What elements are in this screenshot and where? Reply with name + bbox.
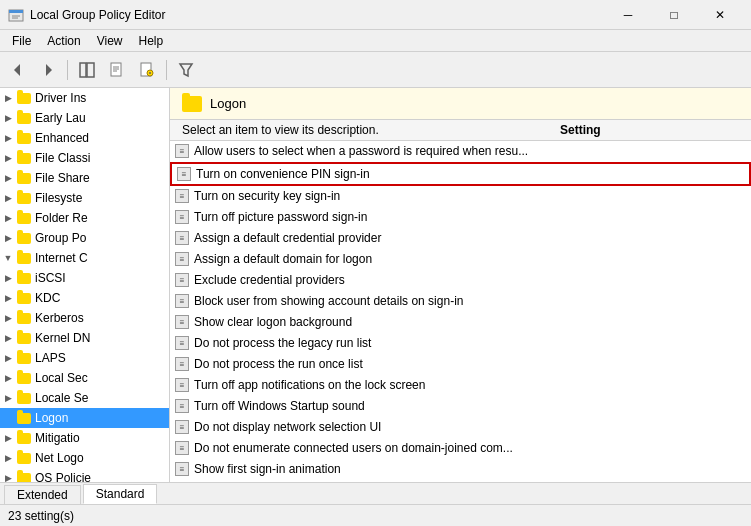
- folder-icon: [16, 450, 32, 466]
- menu-action[interactable]: Action: [39, 32, 88, 50]
- folder-icon: [16, 290, 32, 306]
- svg-rect-7: [87, 63, 94, 77]
- window-controls: ─ □ ✕: [605, 0, 743, 30]
- setting-row-allow-users[interactable]: ≡ Allow users to select when a password …: [170, 141, 751, 162]
- tree-expand: ▶: [0, 133, 16, 143]
- tree-item-iscsi[interactable]: ▶ iSCSI: [0, 268, 169, 288]
- maximize-button[interactable]: □: [651, 0, 697, 30]
- minimize-button[interactable]: ─: [605, 0, 651, 30]
- menu-bar: File Action View Help: [0, 30, 751, 52]
- tree-expand: ▶: [0, 153, 16, 163]
- tree-item-filesyste[interactable]: ▶ Filesyste: [0, 188, 169, 208]
- tree-label: Logon: [35, 411, 68, 425]
- toolbar-separator-2: [166, 60, 167, 80]
- tree-expand: ▶: [0, 373, 16, 383]
- tree-item-internet-c[interactable]: ▼ Internet C: [0, 248, 169, 268]
- back-button[interactable]: [4, 56, 32, 84]
- tree-expand: ▶: [0, 93, 16, 103]
- tree-expand: ▶: [0, 213, 16, 223]
- tree-item-net-logo[interactable]: ▶ Net Logo: [0, 448, 169, 468]
- menu-help[interactable]: Help: [131, 32, 172, 50]
- tree-item-os-policie[interactable]: ▶ OS Policie: [0, 468, 169, 482]
- setting-row-show-first[interactable]: ≡ Show first sign-in animation: [170, 459, 751, 480]
- setting-row-turn-on-pin[interactable]: ≡ Turn on convenience PIN sign-in: [170, 162, 751, 186]
- folder-icon: [16, 210, 32, 226]
- properties-button[interactable]: [133, 56, 161, 84]
- setting-row-enumerate-local[interactable]: ≡ Enumerate local users on domain-joined…: [170, 480, 751, 482]
- folder-icon: [16, 170, 32, 186]
- tree-label: File Share: [35, 171, 90, 185]
- folder-icon: [16, 230, 32, 246]
- setting-label: Block user from showing account details …: [194, 294, 463, 308]
- policy-row-icon: ≡: [174, 143, 190, 159]
- tree-item-early-lau[interactable]: ▶ Early Lau: [0, 108, 169, 128]
- instructions-text: Select an item to view its description.: [170, 123, 560, 137]
- tree-item-kernel-dn[interactable]: ▶ Kernel DN: [0, 328, 169, 348]
- policy-row-icon: ≡: [174, 251, 190, 267]
- tab-standard[interactable]: Standard: [83, 484, 158, 504]
- logon-header: Logon: [170, 88, 751, 120]
- logon-title: Logon: [210, 96, 246, 111]
- setting-row-turn-off-startup[interactable]: ≡ Turn off Windows Startup sound: [170, 396, 751, 417]
- tree-expand: ▶: [0, 473, 16, 482]
- setting-row-block-user[interactable]: ≡ Block user from showing account detail…: [170, 291, 751, 312]
- tree-expand: ▶: [0, 193, 16, 203]
- menu-view[interactable]: View: [89, 32, 131, 50]
- show-hide-button[interactable]: [73, 56, 101, 84]
- policy-row-icon: ≡: [174, 461, 190, 477]
- filter-icon: [178, 62, 194, 78]
- folder-icon: [16, 370, 32, 386]
- tree-item-kerberos[interactable]: ▶ Kerberos: [0, 308, 169, 328]
- setting-row-not-enumerate[interactable]: ≡ Do not enumerate connected users on do…: [170, 438, 751, 459]
- close-button[interactable]: ✕: [697, 0, 743, 30]
- setting-label: Turn off picture password sign-in: [194, 210, 367, 224]
- tree-item-locale-se[interactable]: ▶ Locale Se: [0, 388, 169, 408]
- forward-icon: [40, 62, 56, 78]
- tree-item-folder-re[interactable]: ▶ Folder Re: [0, 208, 169, 228]
- tree-label: Local Sec: [35, 371, 88, 385]
- tree-item-group-po[interactable]: ▶ Group Po: [0, 228, 169, 248]
- setting-row-turn-off-app[interactable]: ≡ Turn off app notifications on the lock…: [170, 375, 751, 396]
- tree-item-file-classi[interactable]: ▶ File Classi: [0, 148, 169, 168]
- folder-icon: [16, 110, 32, 126]
- tree-label: File Classi: [35, 151, 90, 165]
- filter-button[interactable]: [172, 56, 200, 84]
- tree-expand: ▶: [0, 393, 16, 403]
- menu-file[interactable]: File: [4, 32, 39, 50]
- setting-row-security-key[interactable]: ≡ Turn on security key sign-in: [170, 186, 751, 207]
- tree-item-file-share[interactable]: ▶ File Share: [0, 168, 169, 188]
- setting-row-assign-domain[interactable]: ≡ Assign a default domain for logon: [170, 249, 751, 270]
- policy-row-icon: ≡: [174, 398, 190, 414]
- tree-expand: ▶: [0, 113, 16, 123]
- tree-item-mitigatio[interactable]: ▶ Mitigatio: [0, 428, 169, 448]
- setting-row-exclude-credential[interactable]: ≡ Exclude credential providers: [170, 270, 751, 291]
- folder-icon: [16, 250, 32, 266]
- back-icon: [10, 62, 26, 78]
- tree-item-logon[interactable]: Logon: [0, 408, 169, 428]
- setting-row-not-display-network[interactable]: ≡ Do not display network selection UI: [170, 417, 751, 438]
- tree-expand: ▶: [0, 433, 16, 443]
- setting-row-show-clear[interactable]: ≡ Show clear logon background: [170, 312, 751, 333]
- folder-icon: [16, 410, 32, 426]
- setting-row-assign-credential[interactable]: ≡ Assign a default credential provider: [170, 228, 751, 249]
- setting-label: Do not enumerate connected users on doma…: [194, 441, 513, 455]
- tree-item-kdc[interactable]: ▶ KDC: [0, 288, 169, 308]
- policy-row-icon: ≡: [174, 272, 190, 288]
- tree-panel[interactable]: ▶ Driver Ins ▶ Early Lau ▶ Enhanced ▶ Fi…: [0, 88, 170, 482]
- settings-column-header: Setting: [560, 123, 601, 137]
- tab-extended[interactable]: Extended: [4, 485, 81, 504]
- setting-row-turn-off-picture[interactable]: ≡ Turn off picture password sign-in: [170, 207, 751, 228]
- policy-row-icon: ≡: [174, 440, 190, 456]
- tree-label: OS Policie: [35, 471, 91, 482]
- doc-button[interactable]: [103, 56, 131, 84]
- tree-item-enhanced[interactable]: ▶ Enhanced: [0, 128, 169, 148]
- main-content: ▶ Driver Ins ▶ Early Lau ▶ Enhanced ▶ Fi…: [0, 88, 751, 482]
- tree-label: Kernel DN: [35, 331, 90, 345]
- forward-button[interactable]: [34, 56, 62, 84]
- tree-item-laps[interactable]: ▶ LAPS: [0, 348, 169, 368]
- tree-item-local-sec[interactable]: ▶ Local Sec: [0, 368, 169, 388]
- settings-list[interactable]: ≡ Allow users to select when a password …: [170, 141, 751, 482]
- setting-row-not-process-legacy[interactable]: ≡ Do not process the legacy run list: [170, 333, 751, 354]
- tree-item-driver-ins[interactable]: ▶ Driver Ins: [0, 88, 169, 108]
- setting-row-not-process-run[interactable]: ≡ Do not process the run once list: [170, 354, 751, 375]
